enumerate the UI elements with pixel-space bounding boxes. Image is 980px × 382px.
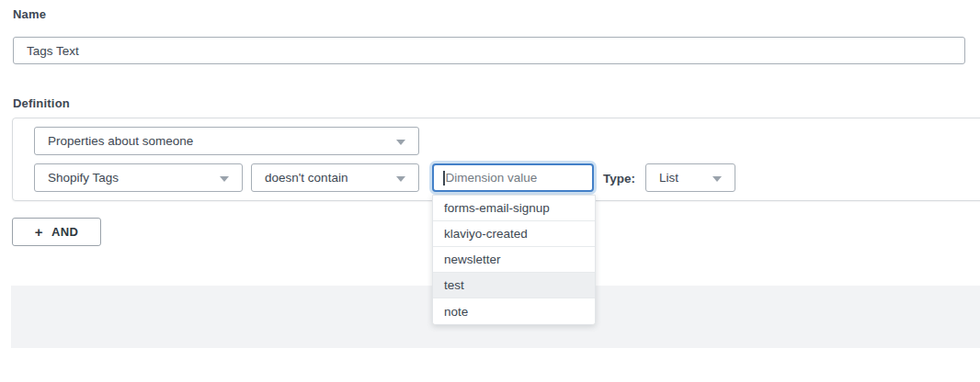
suggestion-item[interactable]: note	[433, 298, 595, 324]
definition-label: Definition	[13, 96, 70, 110]
type-label: Type:	[603, 172, 635, 185]
and-button[interactable]: + AND	[12, 218, 101, 246]
name-input[interactable]	[13, 37, 965, 64]
suggestion-item[interactable]: test	[433, 273, 595, 298]
suggestion-item[interactable]: forms-email-signup	[433, 196, 595, 221]
property-group-value: Properties about someone	[48, 134, 193, 148]
operator-value: doesn't contain	[265, 171, 348, 185]
chevron-down-icon	[712, 176, 722, 182]
chevron-down-icon	[396, 140, 405, 145]
text-caret	[443, 171, 445, 185]
operator-select[interactable]: doesn't contain	[251, 163, 419, 192]
type-select[interactable]: List	[645, 163, 735, 192]
dimension-value: Shopify Tags	[48, 171, 119, 185]
name-label: Name	[13, 7, 46, 21]
property-group-select[interactable]: Properties about someone	[34, 127, 419, 155]
chevron-down-icon	[220, 176, 229, 182]
suggestion-dropdown: forms-email-signup klaviyo-created newsl…	[432, 195, 596, 325]
suggestion-item[interactable]: newsletter	[433, 247, 595, 273]
dimension-select[interactable]: Shopify Tags	[34, 163, 243, 192]
suggestion-item[interactable]: klaviyo-created	[433, 221, 595, 247]
and-button-label: AND	[51, 225, 78, 239]
dimension-value-placeholder: Dimension value	[446, 171, 538, 185]
type-value: List	[659, 171, 678, 185]
dimension-value-input[interactable]: Dimension value	[432, 163, 594, 192]
plus-icon: +	[35, 225, 43, 239]
chevron-down-icon	[396, 176, 405, 182]
